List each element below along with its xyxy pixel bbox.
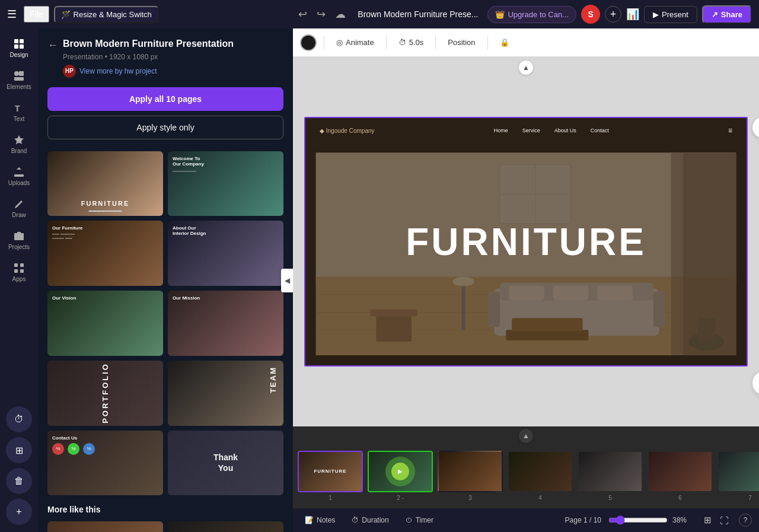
- film-slide-5[interactable]: 5: [578, 451, 643, 501]
- slide-nav-links: Home Service About Us Contact: [494, 128, 609, 133]
- film-slide-2[interactable]: ▶ 2 -: [368, 451, 433, 501]
- template-thumb-4[interactable]: About OurInterior Design: [168, 221, 283, 286]
- duration-bottom-button[interactable]: ⏱ Duration: [347, 514, 393, 527]
- timer-widget-button[interactable]: ⏱: [6, 406, 32, 432]
- menu-icon[interactable]: ☰: [7, 8, 17, 21]
- more-thumb-1[interactable]: INTERIORDESIGN: [47, 521, 163, 532]
- film-slide-6[interactable]: 6: [648, 451, 713, 501]
- sidebar-label-brand: Brand: [11, 148, 27, 154]
- template-thumb-8[interactable]: TEAM: [168, 361, 283, 426]
- film-slide-inner-7[interactable]: [717, 451, 759, 492]
- film-6-num: 6: [648, 495, 713, 501]
- thumb-9-label: Contact Us: [52, 435, 77, 441]
- crown-icon: 👑: [495, 10, 505, 19]
- lock-button[interactable]: 🔒: [495, 36, 514, 49]
- sidebar-item-elements[interactable]: Elements: [2, 65, 36, 95]
- duration-button[interactable]: ⏱ 5.0s: [394, 36, 429, 49]
- timer-bottom-button[interactable]: ⏲ Timer: [401, 514, 438, 527]
- sidebar-label-text: Text: [14, 116, 24, 122]
- document-title[interactable]: Brown Modern Furniture Prese...: [353, 7, 483, 21]
- panel-back-button[interactable]: ←: [47, 39, 58, 52]
- position-label: Position: [448, 38, 475, 47]
- magic-ai-button[interactable]: ✦: [752, 371, 759, 395]
- film-slide-inner-4[interactable]: [508, 451, 573, 492]
- more-like-this-label: More like this: [38, 500, 293, 517]
- panel-title: Brown Modern Furniture Presentation: [63, 38, 234, 50]
- film-slide-3[interactable]: 3: [438, 451, 503, 501]
- fill-color-swatch[interactable]: [300, 34, 317, 51]
- help-button[interactable]: ?: [739, 514, 752, 527]
- magic-switch-button[interactable]: 🪄 Resize & Magic Switch: [54, 6, 159, 23]
- analytics-icon[interactable]: 📊: [626, 8, 639, 21]
- animate-button[interactable]: ◎ Animate: [331, 36, 379, 49]
- sidebar-bottom: ⏱ ⊞ 🗑 +: [6, 406, 32, 532]
- redo-button[interactable]: ↪: [314, 5, 328, 23]
- template-thumb-10[interactable]: ThankYou: [168, 431, 283, 496]
- apply-style-button[interactable]: Apply style only: [47, 116, 283, 139]
- template-thumb-5[interactable]: Our Vision: [47, 291, 163, 356]
- panel-collapse-handle[interactable]: ◀: [281, 269, 293, 292]
- delete-widget-button[interactable]: 🗑: [6, 468, 32, 494]
- template-thumb-1[interactable]: FURNITURE ▬▬▬▬▬▬▬▬: [47, 151, 163, 216]
- grid-view-button[interactable]: ⊞: [701, 513, 715, 527]
- template-thumb-3[interactable]: Our Furniture ━━━ ━━━━━━━━━━━ ━━━: [47, 221, 163, 286]
- sidebar-item-projects[interactable]: Projects: [2, 225, 36, 255]
- filmstrip-collapse-top[interactable]: ▲: [519, 60, 533, 75]
- film-slide-inner-5[interactable]: [578, 451, 643, 492]
- undo-button[interactable]: ↩: [296, 5, 310, 23]
- film-slide-inner-6[interactable]: [648, 451, 713, 492]
- sidebar-item-brand[interactable]: Brand: [2, 129, 36, 159]
- present-button[interactable]: ▶ Present: [644, 6, 697, 23]
- template-thumb-2[interactable]: Welcome ToOur Company ━━━━━━━━━━: [168, 151, 283, 216]
- zoom-slider[interactable]: [608, 515, 668, 525]
- film-slide-4[interactable]: 4: [508, 451, 573, 501]
- more-thumb-2[interactable]: INTERIORDESIGN: [168, 521, 283, 532]
- sidebar-item-uploads[interactable]: Uploads: [2, 161, 36, 191]
- grid-widget-button[interactable]: ⊞: [6, 437, 32, 463]
- cloud-save-icon[interactable]: ☁: [333, 5, 348, 23]
- film-slide-7[interactable]: 7: [717, 451, 759, 501]
- svg-rect-0: [14, 39, 18, 43]
- film-3-num: 3: [438, 495, 503, 501]
- sidebar-item-design[interactable]: Design: [2, 33, 36, 63]
- template-thumb-6[interactable]: Our Mission: [168, 291, 283, 356]
- sidebar-label-design: Design: [9, 52, 28, 58]
- canvas-toolbar: ◎ Animate ⏱ 5.0s Position 🔒: [293, 28, 759, 57]
- thumb-8-label: TEAM: [269, 367, 278, 393]
- filmstrip-collapse-bottom[interactable]: ▲: [519, 429, 533, 443]
- film-slide-inner-2[interactable]: ▶: [368, 451, 433, 492]
- film-slide-inner-3[interactable]: [438, 451, 503, 492]
- share-icon: ↗: [712, 10, 718, 19]
- sidebar-item-apps[interactable]: Apps: [2, 257, 36, 287]
- refresh-slide-button[interactable]: ↻: [752, 117, 759, 138]
- main-slide-frame[interactable]: ◆ Ingoude Company Home Service About Us …: [304, 117, 748, 367]
- fullscreen-button[interactable]: ⛶: [717, 513, 732, 527]
- apply-all-button[interactable]: Apply all 10 pages: [47, 87, 283, 111]
- film-slide-1[interactable]: FURNITURE 1: [298, 451, 363, 501]
- notes-button[interactable]: 📝 Notes: [300, 514, 340, 527]
- panel-subtitle: Presentation • 1920 x 1080 px: [63, 53, 234, 61]
- template-thumb-9[interactable]: Contact Us % % %: [47, 431, 163, 496]
- file-menu[interactable]: File: [24, 6, 49, 23]
- slide-nav-service: Service: [522, 128, 540, 133]
- user-avatar[interactable]: S: [581, 5, 600, 24]
- filmstrip[interactable]: FURNITURE 1 ▶ 2 -: [293, 443, 759, 508]
- animate-icon: ◎: [336, 38, 343, 47]
- add-widget-button[interactable]: +: [6, 499, 32, 525]
- slide-logo: ◆ Ingoude Company: [320, 128, 375, 134]
- thumb-4-label: About OurInterior Design: [173, 225, 206, 236]
- upgrade-button[interactable]: 👑 Upgrade to Can...: [487, 6, 576, 23]
- share-button[interactable]: ↗ Share: [702, 5, 752, 24]
- author-link[interactable]: View more by hw project: [79, 67, 157, 75]
- sidebar-item-text[interactable]: T Text: [2, 97, 36, 127]
- template-thumb-7[interactable]: PORTFOLIO: [47, 361, 163, 426]
- panel-scroll-area[interactable]: Apply all 10 pages Apply style only FURN…: [38, 82, 293, 532]
- canvas-viewport[interactable]: ▲ ◆ Ingoude Company Home Service About U…: [293, 57, 759, 426]
- slide-hamburger-icon: ≡: [728, 126, 732, 135]
- add-account-button[interactable]: +: [605, 6, 621, 23]
- magic-switch-label: Resize & Magic Switch: [74, 10, 152, 19]
- film-slide-inner-1[interactable]: FURNITURE: [298, 451, 363, 492]
- sidebar-item-draw[interactable]: Draw: [2, 193, 36, 223]
- position-button[interactable]: Position: [443, 36, 480, 49]
- zoom-control: 38%: [608, 515, 694, 525]
